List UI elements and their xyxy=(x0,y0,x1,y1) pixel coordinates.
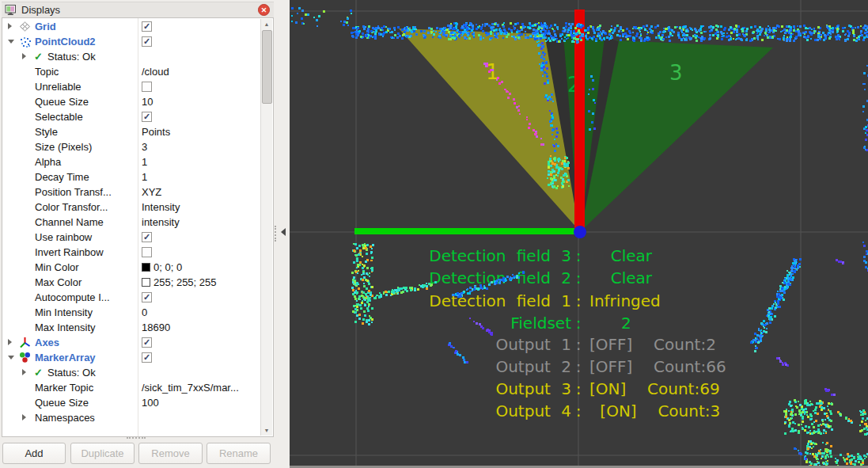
row-value[interactable]: /cloud xyxy=(142,64,169,79)
expander-icon[interactable] xyxy=(8,40,14,44)
row-value[interactable]: ✓ xyxy=(142,350,152,365)
row-value[interactable]: intensity xyxy=(142,215,180,230)
collapse-panel-icon[interactable] xyxy=(281,228,286,236)
row-value[interactable]: ✓ xyxy=(142,335,152,350)
tree-row[interactable]: ✓ Status: Ok xyxy=(2,365,260,380)
row-value[interactable]: /sick_tim_7xxS/mar... xyxy=(142,380,239,395)
tree-row[interactable]: Decay Time 1 xyxy=(2,169,260,185)
panel-header[interactable]: Displays ✕ xyxy=(2,2,274,17)
tree-row[interactable]: Queue Size 100 xyxy=(2,395,260,410)
row-label: Autocompute I... xyxy=(35,290,110,305)
tree-row[interactable]: Channel Name intensity xyxy=(2,215,260,230)
expander-icon[interactable] xyxy=(8,23,12,29)
tree-row[interactable]: Min Intensity 0 xyxy=(2,305,260,320)
row-value[interactable]: 100 xyxy=(142,395,159,410)
tree-row[interactable]: Size (Pixels) 3 xyxy=(2,139,260,154)
row-value[interactable]: 3 xyxy=(142,139,147,154)
checkbox[interactable]: ✓ xyxy=(142,36,152,47)
scroll-down-icon[interactable]: ▼ xyxy=(261,425,272,436)
expander-icon[interactable] xyxy=(22,414,26,420)
tree-row[interactable]: Autocompute I... ✓ xyxy=(2,290,260,305)
checkbox[interactable]: ✓ xyxy=(142,337,152,348)
tree-row[interactable]: Marker Topic /sick_tim_7xxS/mar... xyxy=(2,380,260,395)
checkbox[interactable] xyxy=(142,82,152,92)
color-swatch xyxy=(142,278,150,287)
checkbox[interactable]: ✓ xyxy=(142,292,152,302)
scene-layer: 123 xyxy=(290,0,868,468)
close-icon[interactable]: ✕ xyxy=(258,4,270,16)
row-value[interactable]: ✓ xyxy=(142,34,152,49)
x-axis-bar xyxy=(574,10,585,233)
tree-row[interactable]: Topic /cloud xyxy=(2,64,260,79)
row-value[interactable]: 255; 255; 255 xyxy=(142,275,217,290)
checkbox[interactable]: ✓ xyxy=(142,352,152,363)
row-value[interactable] xyxy=(142,79,152,94)
row-label: PointCloud2 xyxy=(35,34,96,49)
row-label: Unreliable xyxy=(35,79,81,94)
row-label: Grid xyxy=(35,19,56,34)
row-value[interactable]: ✓ xyxy=(142,19,152,34)
axes-icon xyxy=(19,337,31,348)
3d-viewport[interactable]: 123 Detection field 3: ClearDetection fi… xyxy=(290,0,868,468)
expander-icon[interactable] xyxy=(22,369,26,375)
tree-row[interactable]: Grid ✓ xyxy=(2,19,260,34)
scroll-up-icon[interactable]: ▲ xyxy=(261,19,272,29)
row-label: Min Intensity xyxy=(35,305,93,320)
tree-row[interactable]: Axes ✓ xyxy=(2,335,260,350)
row-label: Topic xyxy=(35,64,59,79)
expander-icon[interactable] xyxy=(22,53,26,59)
row-value[interactable]: ✓ xyxy=(142,109,152,124)
row-value[interactable]: 18690 xyxy=(142,320,170,335)
row-label: Max Color xyxy=(35,275,81,290)
row-value[interactable]: 10 xyxy=(142,94,153,109)
row-value[interactable]: 1 xyxy=(142,154,147,169)
tree-row[interactable]: Invert Rainbow xyxy=(2,245,260,260)
row-value[interactable]: 1 xyxy=(142,169,147,185)
panel-resize-grip[interactable] xyxy=(127,437,146,441)
tree-row[interactable]: Alpha 1 xyxy=(2,154,260,169)
row-label: Selectable xyxy=(35,109,83,124)
tree-row[interactable]: ✓ Status: Ok xyxy=(2,49,260,64)
rename-button[interactable]: Rename xyxy=(207,443,271,464)
tree-row[interactable]: Selectable ✓ xyxy=(2,109,260,124)
status-ok-icon: ✓ xyxy=(34,367,46,379)
tree-row[interactable]: PointCloud2 ✓ xyxy=(2,34,260,49)
rviz-window: { "panel": { "title": "Displays", "heade… xyxy=(0,0,868,468)
tree-row[interactable]: Style Points xyxy=(2,124,260,139)
tree-row[interactable]: Color Transfor... Intensity xyxy=(2,200,260,215)
dock-splitter[interactable] xyxy=(274,0,290,468)
row-label: Status: Ok xyxy=(47,49,96,64)
tree-row[interactable]: Namespaces xyxy=(2,410,260,425)
checkbox[interactable] xyxy=(142,247,152,257)
row-value[interactable]: Points xyxy=(142,124,170,139)
tree-row[interactable]: MarkerArray ✓ xyxy=(2,350,260,365)
splitter-grip[interactable] xyxy=(275,226,278,242)
row-label: Queue Size xyxy=(35,94,89,109)
row-label: Min Color xyxy=(35,260,79,275)
row-value[interactable] xyxy=(142,245,152,260)
row-value[interactable]: Intensity xyxy=(142,200,180,215)
scrollbar-thumb[interactable] xyxy=(262,30,272,104)
duplicate-button[interactable]: Duplicate xyxy=(70,443,135,464)
tree-rows: Grid ✓ PointCloud2 ✓ ✓ Status: Ok Topic … xyxy=(2,19,260,425)
tree-row[interactable]: Unreliable xyxy=(2,79,260,94)
tree-row[interactable]: Min Color 0; 0; 0 xyxy=(2,260,260,275)
row-value[interactable]: ✓ xyxy=(142,230,152,245)
scrollbar[interactable]: ▲ ▼ xyxy=(260,19,272,436)
tree-row[interactable]: Use rainbow ✓ xyxy=(2,230,260,245)
checkbox[interactable]: ✓ xyxy=(142,112,152,122)
row-value[interactable]: XYZ xyxy=(142,185,161,200)
add-button[interactable]: Add xyxy=(2,443,66,464)
expander-icon[interactable] xyxy=(8,356,14,360)
tree-row[interactable]: Max Color 255; 255; 255 xyxy=(2,275,260,290)
expander-icon[interactable] xyxy=(8,339,12,345)
row-value[interactable]: ✓ xyxy=(142,290,152,305)
row-value[interactable]: 0; 0; 0 xyxy=(142,260,182,275)
tree-row[interactable]: Queue Size 10 xyxy=(2,94,260,109)
tree-row[interactable]: Position Transf... XYZ xyxy=(2,185,260,200)
row-value[interactable]: 0 xyxy=(142,305,147,320)
checkbox[interactable]: ✓ xyxy=(142,21,152,32)
remove-button[interactable]: Remove xyxy=(138,443,203,464)
checkbox[interactable]: ✓ xyxy=(142,232,152,242)
tree-row[interactable]: Max Intensity 18690 xyxy=(2,320,260,335)
